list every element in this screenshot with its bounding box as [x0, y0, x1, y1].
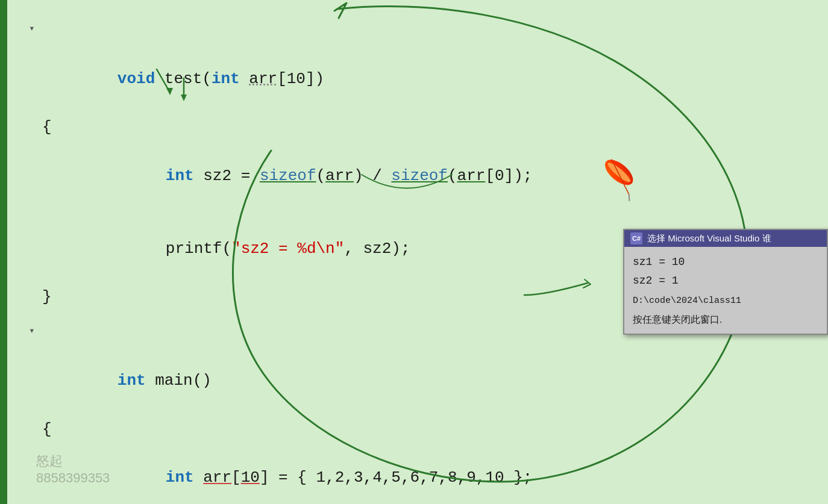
console-window: C# 选择 Microsoft Visual Studio 谁 sz1 = 10…: [623, 229, 828, 335]
function1-brace-open: {: [42, 115, 828, 139]
function2-block: ▾ int main() { int arr[10] = { 1,2,3,4,5…: [42, 320, 828, 504]
console-close-msg: 按任意键关闭此窗口.: [633, 311, 818, 328]
function1-sz2-line: int sz2 = sizeof(arr) / sizeof(arr[0]);: [42, 139, 828, 212]
console-icon: C#: [630, 232, 642, 244]
console-title: 选择 Microsoft Visual Studio 谁: [647, 233, 771, 244]
console-body: sz1 = 10 sz2 = 1 D:\code\2024\class11 按任…: [624, 247, 827, 334]
left-bar: [0, 0, 7, 504]
console-line-sz2: sz2 = 1: [633, 272, 818, 290]
function1-signature: ▾ void test(int arr[10]): [42, 18, 828, 115]
function2-arr-line: int arr[10] = { 1,2,3,4,5,6,7,8,9,10 };: [42, 441, 828, 504]
console-path: D:\code\2024\class11: [633, 293, 818, 309]
console-titlebar: C# 选择 Microsoft Visual Studio 谁: [624, 230, 827, 247]
function2-brace-open: {: [42, 417, 828, 441]
console-line-sz1: sz1 = 10: [633, 253, 818, 272]
main-area: ▾ void test(int arr[10]) { int sz2 = siz…: [0, 0, 828, 504]
